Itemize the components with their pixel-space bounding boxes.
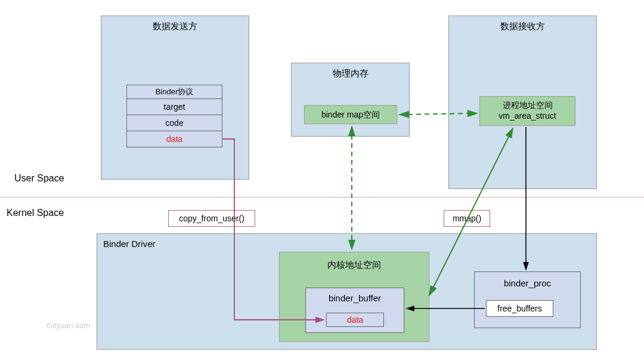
receiver-title: 数据接收方 <box>449 21 596 32</box>
copy-from-user-label: copy_from_user() <box>168 210 255 227</box>
watermark: Gityuan.com <box>47 321 90 330</box>
binder-driver-title: Binder Driver <box>103 239 156 249</box>
binder-buffer-label: binder_buffer <box>306 293 404 303</box>
user-space-label: User Space <box>14 173 64 184</box>
binder-map-space: binder map空间 <box>304 105 397 124</box>
physical-memory-title: 物理内存 <box>292 68 409 79</box>
row-data: data <box>126 131 222 147</box>
free-buffers: free_buffers <box>486 300 553 317</box>
kernel-space-label: Kernel Space <box>7 208 64 218</box>
mmap-label: mmap() <box>444 210 490 227</box>
receiver-addr-line2: vm_area_struct <box>480 111 575 121</box>
receiver-addr-space: 进程地址空间 vm_area_struct <box>479 96 575 126</box>
row-target: target <box>126 98 222 115</box>
receiver-addr-line1: 进程地址空间 <box>480 100 575 111</box>
buffer-data: data <box>326 313 384 327</box>
sender-title: 数据发送方 <box>101 21 249 32</box>
kernel-addr-title: 内核地址空间 <box>280 260 429 271</box>
binder-proc-label: binder_proc <box>475 278 580 288</box>
protocol-header: Binder协议 <box>126 85 222 99</box>
space-divider <box>0 197 644 197</box>
physical-memory-box: 物理内存 <box>291 63 410 137</box>
row-code: code <box>126 115 222 131</box>
